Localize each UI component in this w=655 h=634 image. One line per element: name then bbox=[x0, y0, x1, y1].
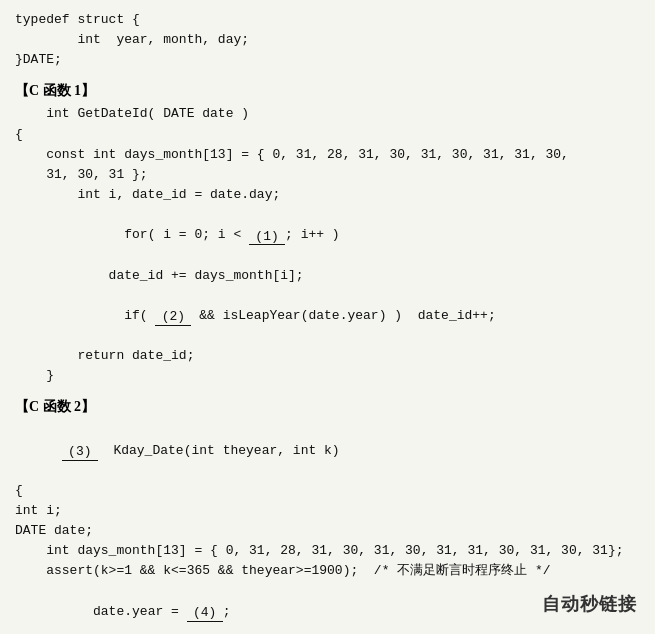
code-line: DATE date; bbox=[15, 521, 640, 541]
blank3-line: (3) Kday_Date(int theyear, int k) bbox=[15, 420, 640, 480]
section1-header: 【C 函数 1】 bbox=[15, 82, 640, 100]
code-line: assert(k>=1 && k<=365 && theyear>=1900);… bbox=[15, 561, 640, 581]
blank2-line: if( (2) && isLeapYear(date.year) ) date_… bbox=[15, 286, 640, 346]
watermark: 自动秒链接 bbox=[542, 592, 637, 616]
blank1: (1) bbox=[249, 229, 285, 246]
section1-code: int GetDateId( DATE date ) { const int d… bbox=[15, 104, 640, 386]
code-line: }DATE; bbox=[15, 50, 640, 70]
code-line: int year, month, day; bbox=[15, 30, 640, 50]
code-line: typedef struct { bbox=[15, 10, 640, 30]
code-line: return date_id; bbox=[15, 346, 640, 366]
code-line: { bbox=[15, 125, 640, 145]
blank1-line: for( i = 0; i < (1); i++ ) bbox=[15, 205, 640, 265]
blank3: (3) bbox=[62, 444, 98, 461]
blank2-pre: if( bbox=[62, 308, 156, 323]
code-line: int GetDateId( DATE date ) bbox=[15, 104, 640, 124]
code-line: date_id += days_month[i]; bbox=[15, 266, 640, 286]
blank3-post: Kday_Date(int theyear, int k) bbox=[98, 443, 340, 458]
code-line: int i; bbox=[15, 501, 640, 521]
top-code-block: typedef struct { int year, month, day; }… bbox=[15, 10, 640, 70]
blank2-post: && isLeapYear(date.year) ) date_id++; bbox=[191, 308, 495, 323]
section2-header: 【C 函数 2】 bbox=[15, 398, 640, 416]
page-content: typedef struct { int year, month, day; }… bbox=[15, 10, 640, 634]
code-line: int days_month[13] = { 0, 31, 28, 31, 30… bbox=[15, 541, 640, 561]
code-line: } bbox=[15, 366, 640, 386]
code-line: { bbox=[15, 481, 640, 501]
blank1-pre: for( i = 0; i < bbox=[62, 227, 249, 242]
blank4-post: ; bbox=[223, 604, 231, 619]
blank1-post: ; i++ ) bbox=[285, 227, 340, 242]
blank4-pre: date.year = bbox=[62, 604, 187, 619]
code-line: 31, 30, 31 }; bbox=[15, 165, 640, 185]
blank2: (2) bbox=[155, 309, 191, 326]
blank4: (4) bbox=[187, 605, 223, 622]
code-line: const int days_month[13] = { 0, 31, 28, … bbox=[15, 145, 640, 165]
code-line: int i, date_id = date.day; bbox=[15, 185, 640, 205]
